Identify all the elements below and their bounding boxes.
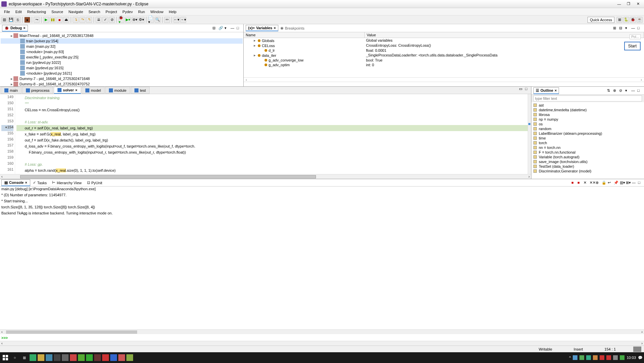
search-button[interactable]: 🔍 [155, 17, 161, 23]
tray-icon[interactable] [579, 355, 584, 360]
minimize-icon[interactable]: — [231, 26, 235, 31]
disconnect-button[interactable]: ⏏ [63, 17, 69, 23]
stack-frame[interactable]: <module> [main.py:83] [1, 49, 243, 54]
variable-row[interactable]: d_lrfloat: 0.0001 [244, 48, 644, 53]
menu-window[interactable]: Window [148, 9, 166, 14]
view-menu-icon[interactable]: ▾ [625, 26, 630, 31]
tray-notifications-icon[interactable]: 💬 [638, 356, 643, 360]
variables-tab[interactable]: (x)= Variables × [246, 25, 278, 31]
breakpoints-tab[interactable]: ◉ Breakpoints [278, 25, 307, 31]
variable-row[interactable]: g_adv_optimint: 0 [244, 63, 644, 67]
outline-item[interactable]: F = torch.nn.functional [533, 150, 642, 155]
outline-item[interactable]: Variable (torch.autograd) [533, 155, 642, 159]
next-annotation-button[interactable]: ✓ [102, 17, 108, 23]
close-icon[interactable]: × [25, 180, 27, 185]
menu-file[interactable]: File [1, 9, 13, 14]
editor-tab-test[interactable]: test [131, 87, 150, 94]
debug-tab[interactable]: 🐞 Debug × [2, 25, 28, 32]
variable-row[interactable]: ▸data_iter_SingleProcessDataLoaderIter: … [244, 53, 644, 58]
taskbar-app[interactable] [126, 354, 133, 361]
stack-frame[interactable]: ▸Dummy-7 - pid_16648_id_2725302471648 [1, 76, 243, 81]
minimize-button[interactable]: — [614, 1, 624, 7]
outline-list[interactable]: astdatetime,timedelta (datetime)librosan… [531, 102, 644, 179]
code-line[interactable] [16, 113, 530, 119]
outline-item[interactable]: save_image (torchvision.utils) [533, 159, 642, 164]
menu-search[interactable]: Search [86, 9, 103, 14]
variable-row[interactable]: g_adv_converge_lowbool: True [244, 58, 644, 63]
tray-icon[interactable] [593, 355, 598, 360]
editor-tab-module[interactable]: module [105, 87, 130, 94]
open-console-icon[interactable]: ⊞▾ [626, 180, 631, 185]
taskbar-app[interactable] [94, 354, 101, 361]
pyunit-tab[interactable]: ⊡PyUnit [84, 180, 105, 186]
outline-item[interactable]: torch [533, 140, 642, 145]
editor-tab-main[interactable]: main [1, 87, 22, 94]
stack-frame[interactable]: main [main.py:32] [1, 44, 243, 49]
stack-frame[interactable]: <module> [pydevd.py:1621] [1, 71, 243, 76]
menu-source[interactable]: Source [49, 9, 66, 14]
taskbar-app[interactable] [70, 354, 77, 361]
stack-frame[interactable]: ▸MainThread - pid_16648_id_2726538172848 [1, 33, 243, 38]
taskbar-app[interactable] [46, 354, 52, 361]
terminate-relaunch-icon[interactable]: ■ [571, 180, 576, 185]
stack-frame[interactable]: main [pydevd.py:1615] [1, 65, 243, 71]
forward-button[interactable]: →▾ [180, 17, 186, 23]
console-tab[interactable]: ▤ Console × [1, 179, 30, 186]
minimize-icon[interactable]: ▭ [519, 87, 524, 91]
debug-stack-tree[interactable]: ▸MainThread - pid_16648_id_2726538172848… [0, 32, 243, 86]
tray-icon[interactable] [586, 355, 591, 360]
code-line[interactable]: CELoss = nn.CrossEntropyLoss() [16, 107, 530, 113]
remove-all-icon[interactable]: ✕✕ [590, 180, 594, 185]
editor-vscroll[interactable] [528, 94, 531, 174]
open-perspective-button[interactable]: ⊞ [616, 17, 622, 23]
sort-icon[interactable]: ⇅ [607, 88, 612, 93]
show-type-icon[interactable]: ⊞ [613, 26, 618, 31]
tray-icon[interactable] [606, 355, 611, 360]
start-button[interactable]: Start [624, 42, 641, 50]
taskbar-app[interactable] [118, 354, 125, 361]
code-line[interactable]: d_loss_adv = F.binary_cross_entropy_with… [16, 143, 530, 149]
editor-tab-solver[interactable]: solver× [54, 87, 81, 94]
new-wizard-button[interactable]: 📄▾ [148, 17, 154, 23]
console-prompt[interactable]: >>> [1, 336, 8, 340]
column-name[interactable]: Name [244, 32, 365, 38]
variables-table[interactable]: Name Value Pol... Start ▸GlobalsGlobal v… [244, 32, 644, 86]
close-icon[interactable]: × [23, 26, 25, 30]
outline-item[interactable]: nn = torch.nn [533, 145, 642, 150]
taskbar-app[interactable] [110, 354, 117, 361]
pydev-perspective-button[interactable]: 🐍 [623, 17, 629, 23]
display-console-icon[interactable]: ▥▾ [620, 180, 625, 185]
coverage-button[interactable]: ⊛▾ [132, 17, 138, 23]
taskbar-app[interactable] [62, 354, 69, 361]
java-perspective-button[interactable]: ☕ [637, 17, 643, 23]
outline-item[interactable]: LabelBinarizer (sklearn.preprocessing) [533, 131, 642, 136]
code-line[interactable]: # Loss: st-adv. [16, 119, 530, 125]
filter2-icon[interactable]: ⊘ [619, 88, 624, 93]
maximize-icon[interactable]: □ [638, 180, 643, 185]
menu-run[interactable]: Run [135, 9, 148, 14]
tray-icon[interactable] [613, 355, 618, 360]
suspend-button[interactable]: ▮▮ [50, 17, 56, 23]
minimize-icon[interactable]: — [632, 180, 637, 185]
column-value[interactable]: Value [365, 32, 644, 38]
variable-row[interactable]: ▸GlobalsGlobal variables [244, 38, 644, 43]
skip-breakpoints-button[interactable]: ⤳ [34, 17, 40, 23]
code-line[interactable]: # Loss: gp. [16, 161, 530, 167]
menu-icon[interactable]: ▾ [225, 26, 229, 31]
filter1-icon[interactable]: ⊗ [613, 88, 618, 93]
step-over-button[interactable]: ↷ [79, 17, 85, 23]
menu-edit[interactable]: Edit [13, 9, 25, 14]
console-output[interactable]: * (D) Number of parameters: 11454977.* S… [0, 191, 644, 329]
external-tools-button[interactable]: ⚙▾ [138, 17, 145, 23]
editor-tab-preprocess[interactable]: preprocess [22, 87, 53, 94]
run-dropdown-button[interactable]: ▶▾ [125, 17, 131, 23]
tray-icon[interactable] [620, 355, 625, 360]
stack-frame[interactable]: execfile [_pydev_execfile.py:25] [1, 54, 243, 60]
scroll-right-icon[interactable]: › [641, 78, 642, 82]
clear-console-icon[interactable]: ⊗ [596, 180, 600, 185]
scroll-left-icon[interactable]: ‹ [246, 78, 247, 82]
menu-refactoring[interactable]: Refactoring [25, 9, 49, 14]
cortana-button[interactable]: ○ [11, 354, 19, 362]
stack-frame[interactable]: run [pydevd.py:1022] [1, 60, 243, 65]
code-editor[interactable]: 149150151152153●154155156157158159160161… [0, 94, 531, 174]
